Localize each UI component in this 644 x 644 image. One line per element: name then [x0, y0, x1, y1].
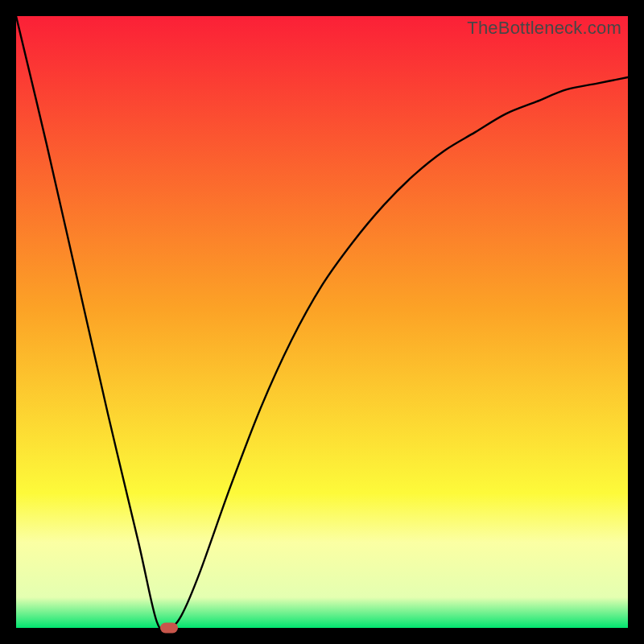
- optimal-point-marker: [160, 623, 178, 634]
- background-gradient: [16, 16, 628, 628]
- chart-frame: TheBottleneck.com: [16, 16, 628, 628]
- svg-rect-0: [16, 16, 628, 628]
- plot-area: TheBottleneck.com: [16, 16, 628, 628]
- watermark-text: TheBottleneck.com: [467, 18, 621, 39]
